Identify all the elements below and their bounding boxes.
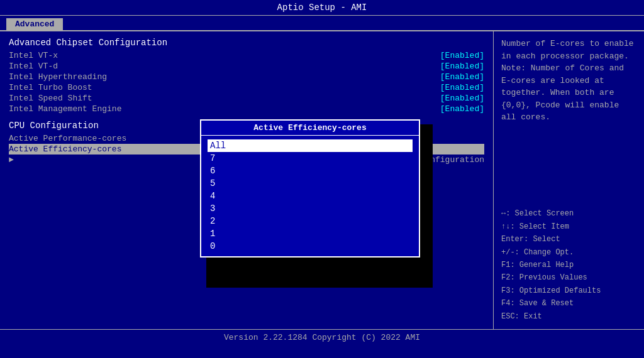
- modal-option-1[interactable]: 1: [208, 227, 413, 240]
- key-f1: F1: General Help: [501, 259, 636, 271]
- menu-item-speed-shift[interactable]: Intel Speed Shift [Enabled]: [9, 93, 484, 104]
- modal-option-0[interactable]: 0: [208, 240, 413, 252]
- footer-text: Version 2.22.1284 Copyright (C) 2022 AMI: [224, 333, 420, 342]
- menu-item-vtd[interactable]: Intel VT-d [Enabled]: [9, 61, 484, 72]
- modal-option-6[interactable]: 6: [208, 165, 413, 177]
- key-f4: F4: Save & Reset: [501, 297, 636, 310]
- menu-item-hyperthreading[interactable]: Intel Hyperthreading [Enabled]: [9, 72, 484, 82]
- key-select-screen: ↔: Select Screen: [501, 207, 636, 220]
- menu-item-vtx[interactable]: Intel VT-x [Enabled]: [9, 50, 484, 61]
- menu-item-management-engine[interactable]: Intel Management Engine [Enabled]: [9, 104, 484, 114]
- modal-popup: Active Efficiency-cores All 7 6 5 4 3 2 …: [200, 119, 420, 258]
- modal-option-3[interactable]: 3: [208, 202, 413, 215]
- help-text: Number of E-cores to enable in each proc…: [501, 38, 636, 124]
- modal-option-5[interactable]: 5: [208, 177, 413, 190]
- key-change-opt: +/-: Change Opt.: [501, 246, 636, 259]
- modal-option-all[interactable]: All: [208, 139, 413, 152]
- modal-list: All 7 6 5 4 3 2 1 0: [201, 136, 419, 256]
- modal-option-4[interactable]: 4: [208, 190, 413, 202]
- title-bar: Aptio Setup - AMI: [0, 0, 644, 16]
- chipset-menu: Intel VT-x [Enabled] Intel VT-d [Enabled…: [9, 50, 484, 114]
- key-select-item: ↑↓: Select Item: [501, 220, 636, 233]
- tab-bar: Advanced: [0, 16, 644, 31]
- tab-advanced[interactable]: Advanced: [6, 18, 63, 30]
- modal-option-2[interactable]: 2: [208, 215, 413, 227]
- key-f3: F3: Optimized Defaults: [501, 285, 636, 297]
- footer: Version 2.22.1284 Copyright (C) 2022 AMI: [0, 329, 644, 345]
- section-title-1: Advanced Chipset Configuration: [9, 38, 484, 48]
- menu-item-turbo[interactable]: Intel Turbo Boost [Enabled]: [9, 82, 484, 93]
- left-panel: Advanced Chipset Configuration Intel VT-…: [0, 31, 493, 329]
- right-panel: Number of E-cores to enable in each proc…: [493, 31, 644, 329]
- key-enter: Enter: Select: [501, 233, 636, 246]
- modal-title: Active Efficiency-cores: [201, 121, 419, 136]
- key-f2: F2: Previous Values: [501, 271, 636, 284]
- modal-option-7[interactable]: 7: [208, 152, 413, 165]
- title-text: Aptio Setup - AMI: [277, 3, 367, 13]
- main-content: Advanced Chipset Configuration Intel VT-…: [0, 31, 644, 329]
- key-help: ↔: Select Screen ↑↓: Select Item Enter: …: [501, 207, 636, 323]
- key-esc: ESC: Exit: [501, 310, 636, 323]
